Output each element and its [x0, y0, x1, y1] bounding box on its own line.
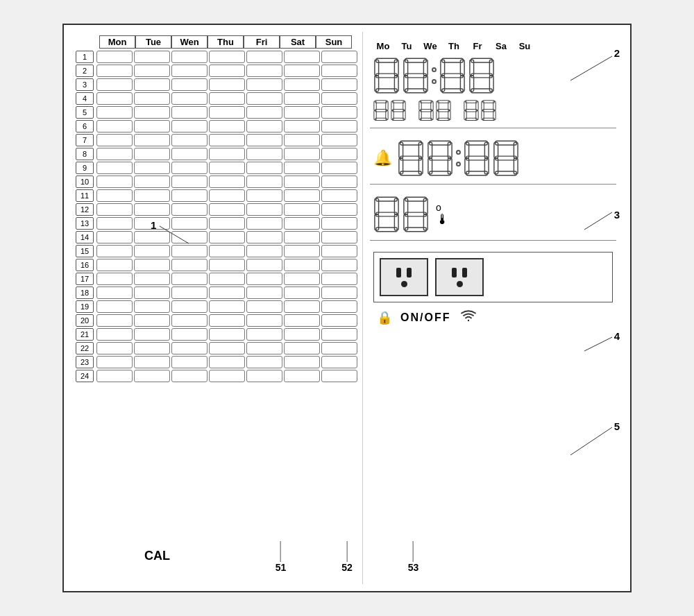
grid-cell[interactable]	[321, 176, 357, 188]
grid-cell[interactable]	[96, 259, 133, 271]
grid-cell[interactable]	[134, 314, 170, 327]
grid-cell[interactable]	[246, 189, 282, 202]
grid-cell[interactable]	[209, 51, 245, 63]
grid-cell[interactable]	[134, 134, 170, 146]
grid-cell[interactable]	[284, 120, 320, 132]
grid-cell[interactable]	[209, 106, 245, 119]
grid-cell[interactable]	[134, 356, 170, 368]
grid-cell[interactable]	[209, 314, 245, 327]
grid-cell[interactable]	[321, 356, 357, 368]
grid-cell[interactable]	[246, 51, 282, 63]
grid-cell[interactable]	[209, 300, 245, 313]
grid-cell[interactable]	[96, 314, 133, 327]
grid-cell[interactable]	[171, 203, 208, 216]
grid-cell[interactable]	[321, 328, 357, 341]
grid-cell[interactable]	[96, 51, 133, 63]
grid-cell[interactable]	[246, 148, 282, 160]
grid-cell[interactable]	[246, 134, 282, 146]
grid-cell[interactable]	[171, 245, 208, 257]
grid-cell[interactable]	[321, 51, 357, 63]
grid-cell[interactable]	[209, 356, 245, 368]
grid-cell[interactable]	[134, 245, 170, 257]
grid-cell[interactable]	[246, 65, 282, 77]
grid-cell[interactable]	[284, 51, 320, 63]
grid-cell[interactable]	[321, 78, 357, 91]
grid-cell[interactable]	[134, 273, 170, 285]
grid-cell[interactable]	[96, 342, 133, 354]
grid-cell[interactable]	[96, 300, 133, 313]
grid-cell[interactable]	[134, 286, 170, 299]
grid-cell[interactable]	[209, 231, 245, 243]
grid-cell[interactable]	[209, 217, 245, 230]
grid-cell[interactable]	[134, 120, 170, 132]
grid-cell[interactable]	[246, 370, 282, 382]
grid-cell[interactable]	[134, 300, 170, 313]
grid-cell[interactable]	[134, 203, 170, 216]
grid-cell[interactable]	[246, 259, 282, 271]
grid-cell[interactable]	[284, 217, 320, 230]
grid-cell[interactable]	[246, 245, 282, 257]
grid-cell[interactable]	[246, 328, 282, 341]
grid-cell[interactable]	[284, 273, 320, 285]
grid-cell[interactable]	[284, 176, 320, 188]
grid-cell[interactable]	[321, 314, 357, 327]
grid-cell[interactable]	[171, 342, 208, 354]
grid-cell[interactable]	[171, 78, 208, 91]
grid-cell[interactable]	[284, 328, 320, 341]
grid-cell[interactable]	[96, 176, 133, 188]
grid-cell[interactable]	[96, 231, 133, 243]
grid-cell[interactable]	[246, 92, 282, 105]
grid-cell[interactable]	[284, 65, 320, 77]
grid-cell[interactable]	[209, 286, 245, 299]
grid-cell[interactable]	[209, 65, 245, 77]
grid-cell[interactable]	[96, 78, 133, 91]
grid-cell[interactable]	[284, 162, 320, 174]
grid-cell[interactable]	[246, 78, 282, 91]
grid-cell[interactable]	[321, 203, 357, 216]
grid-cell[interactable]	[96, 92, 133, 105]
grid-cell[interactable]	[321, 273, 357, 285]
grid-cell[interactable]	[209, 92, 245, 105]
grid-cell[interactable]	[96, 148, 133, 160]
grid-cell[interactable]	[246, 176, 282, 188]
grid-cell[interactable]	[171, 148, 208, 160]
grid-cell[interactable]	[321, 286, 357, 299]
grid-cell[interactable]	[209, 78, 245, 91]
grid-cell[interactable]	[209, 189, 245, 202]
grid-cell[interactable]	[171, 65, 208, 77]
grid-cell[interactable]	[209, 328, 245, 341]
grid-cell[interactable]	[171, 328, 208, 341]
grid-cell[interactable]	[171, 273, 208, 285]
grid-cell[interactable]	[321, 92, 357, 105]
grid-cell[interactable]	[284, 342, 320, 354]
grid-cell[interactable]	[209, 259, 245, 271]
grid-cell[interactable]	[321, 162, 357, 174]
grid-cell[interactable]	[284, 106, 320, 119]
grid-cell[interactable]	[246, 314, 282, 327]
grid-cell[interactable]	[96, 189, 133, 202]
grid-cell[interactable]	[134, 189, 170, 202]
grid-cell[interactable]	[246, 231, 282, 243]
grid-cell[interactable]	[96, 273, 133, 285]
grid-cell[interactable]	[96, 356, 133, 368]
grid-cell[interactable]	[284, 134, 320, 146]
grid-cell[interactable]	[246, 356, 282, 368]
grid-cell[interactable]	[134, 259, 170, 271]
grid-cell[interactable]	[284, 203, 320, 216]
grid-cell[interactable]	[246, 342, 282, 354]
grid-cell[interactable]	[171, 300, 208, 313]
grid-cell[interactable]	[171, 162, 208, 174]
grid-cell[interactable]	[321, 65, 357, 77]
grid-cell[interactable]	[321, 370, 357, 382]
grid-cell[interactable]	[171, 314, 208, 327]
grid-cell[interactable]	[171, 134, 208, 146]
grid-cell[interactable]	[246, 286, 282, 299]
grid-cell[interactable]	[321, 231, 357, 243]
grid-cell[interactable]	[134, 342, 170, 354]
grid-cell[interactable]	[246, 162, 282, 174]
grid-cell[interactable]	[96, 328, 133, 341]
grid-cell[interactable]	[171, 106, 208, 119]
grid-cell[interactable]	[134, 78, 170, 91]
grid-cell[interactable]	[171, 286, 208, 299]
grid-cell[interactable]	[209, 342, 245, 354]
